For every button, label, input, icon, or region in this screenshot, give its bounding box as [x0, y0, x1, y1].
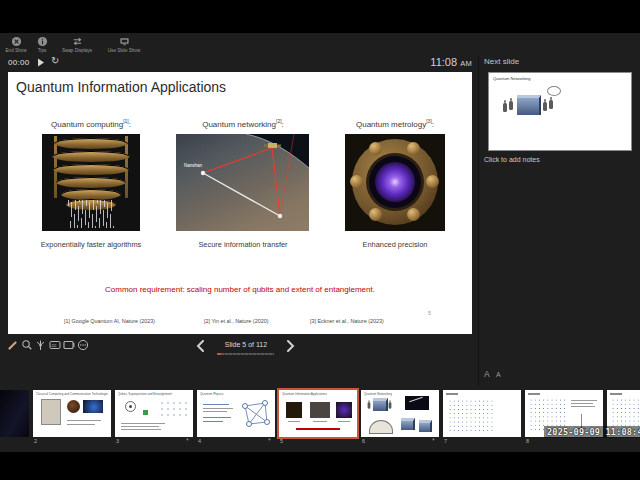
atom-glow — [375, 162, 415, 202]
filmstrip-slide-4[interactable]: Quantum Physics — [197, 390, 275, 437]
thumb-title: Quantum Networking — [364, 392, 392, 396]
current-slide-canvas[interactable]: Quantum Information Applications Quantum… — [8, 72, 472, 334]
filmstrip-slide-3[interactable]: Qubits, Superposition and Entanglement — [115, 390, 193, 437]
decrease-font-button[interactable]: A — [496, 371, 501, 378]
animation-star-3: * — [186, 437, 189, 444]
thumb-title: Qubits, Superposition and Entanglement — [118, 392, 172, 396]
timer-elapsed: 00:00 — [8, 58, 30, 67]
end-show-icon — [11, 36, 22, 47]
captions-icon[interactable]: cc — [49, 339, 61, 351]
next-slide-label: Next slide — [484, 57, 519, 66]
speech-bubble — [547, 86, 561, 96]
slide-progress-bar — [217, 353, 274, 355]
citation-1: [1] Google Quantum AI, Nature (2023) — [64, 318, 155, 324]
caption-metrology: Enhanced precision — [325, 240, 465, 249]
increase-font-button[interactable]: A — [484, 369, 490, 379]
slide-counter: Slide 5 of 112 — [213, 341, 279, 348]
ground-station-label: Nanshan — [184, 163, 203, 168]
quantum-networking-image: Nanshan — [176, 134, 309, 231]
next-slide-title: Quantum Networking — [493, 76, 531, 81]
thumb-title: Quantum Information Applications — [282, 392, 327, 396]
thumb-number-7: 7 — [444, 438, 447, 444]
filmstrip-slide-7[interactable] — [443, 390, 521, 437]
next-slide-thumbnail[interactable]: Quantum Networking — [488, 72, 632, 151]
animation-star-6: * — [432, 437, 435, 444]
column-heading-metrology: Quantum metrology[3]: — [325, 118, 465, 129]
timer-reset-button[interactable]: ↻ — [51, 55, 59, 66]
next-slide-button[interactable] — [286, 340, 295, 352]
quantum-metrology-image — [345, 134, 445, 231]
black-screen-icon[interactable] — [63, 339, 75, 351]
cryostat-wires — [68, 200, 114, 228]
tips-button[interactable]: Tips — [33, 36, 51, 53]
quantum-computing-image — [42, 134, 140, 231]
thumb-number-5: 5 — [280, 438, 283, 444]
highlight-text: Common requirement: scaling number of qu… — [8, 285, 472, 294]
pen-icon[interactable] — [7, 339, 19, 351]
presenter-view-window: End Show Tips Swap Displays Use Slide Sh… — [0, 0, 640, 480]
more-options-icon[interactable] — [77, 339, 89, 351]
column-heading-computing: Quantum computing[1]: — [16, 118, 166, 129]
end-show-button[interactable]: End Show — [3, 36, 29, 53]
slide-progress-fill — [217, 353, 221, 355]
column-heading-networking: Quantum networking[2]: — [163, 118, 323, 129]
filmstrip-slide-1[interactable] — [0, 390, 29, 437]
citation-3: [3] Eckner et al., Nature (2023) — [310, 318, 384, 324]
use-slide-show-label: Use Slide Show — [108, 48, 140, 53]
info-icon — [37, 36, 48, 47]
thumb-number-4: 4 — [198, 438, 201, 444]
thumb-title: Classical Computing and Communication Te… — [36, 392, 108, 396]
caption-computing: Exponentially faster algorithms — [16, 240, 166, 249]
citation-2: [2] Yin et al., Nature (2020) — [204, 318, 268, 324]
thumb-number-2: 2 — [34, 438, 37, 444]
caption-networking: Secure information transfer — [163, 240, 323, 249]
cartoon-computer — [517, 95, 541, 115]
swap-displays-label: Swap Displays — [62, 48, 92, 53]
animation-star-4: * — [268, 437, 271, 444]
thumb-number-3: 3 — [116, 438, 119, 444]
laser-pointer-icon[interactable] — [35, 339, 47, 351]
previous-slide-button[interactable] — [196, 340, 205, 352]
magnifier-icon[interactable] — [21, 339, 33, 351]
slide-number-on-slide: 5 — [428, 310, 431, 316]
bottom-letterbox — [0, 452, 640, 480]
svg-text:cc: cc — [52, 343, 57, 348]
satellite-icon — [268, 143, 277, 148]
thumb-number-6: 6 — [362, 438, 365, 444]
end-show-label: End Show — [6, 48, 27, 53]
filmstrip-slide-6[interactable]: Quantum Networking — [361, 390, 439, 437]
thumb-number-8: 8 — [526, 438, 529, 444]
clock-time: 11:08 — [430, 56, 457, 68]
panel-divider — [478, 56, 479, 386]
filmstrip-slide-5-current[interactable]: Quantum Information Applications — [279, 390, 357, 437]
filmstrip-slide-2[interactable]: Classical Computing and Communication Te… — [33, 390, 111, 437]
tips-label: Tips — [38, 48, 47, 53]
recording-timestamp: 2025-09-09 11:08:46 — [544, 426, 640, 438]
use-slide-show-button[interactable]: Use Slide Show — [103, 36, 145, 53]
clock: 11:08 AM — [392, 56, 472, 68]
swap-arrows-icon — [72, 36, 83, 47]
slide-title: Quantum Information Applications — [16, 79, 226, 95]
thumb-title: Quantum Physics — [200, 392, 224, 396]
notes-placeholder[interactable]: Click to add notes — [484, 156, 540, 163]
clock-meridiem: AM — [460, 59, 472, 68]
swap-displays-button[interactable]: Swap Displays — [58, 36, 96, 53]
timer-play-button[interactable] — [37, 58, 45, 67]
slide-show-display-icon — [119, 36, 130, 47]
